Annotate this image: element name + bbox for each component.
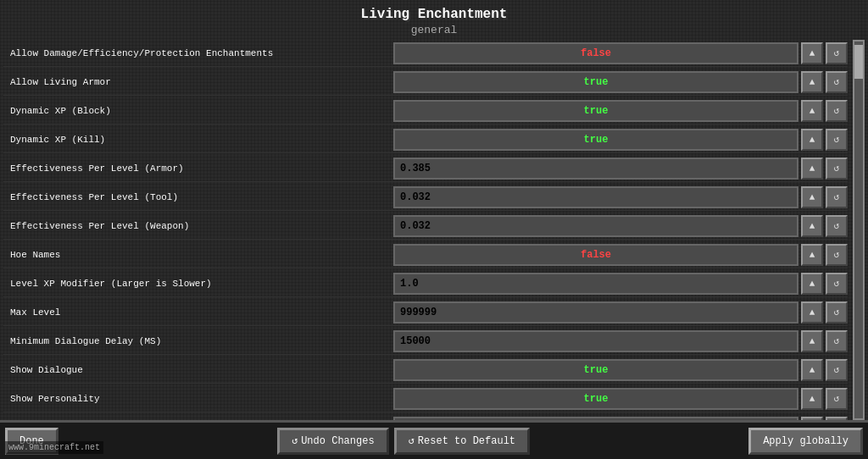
setting-value-text: true	[584, 393, 609, 405]
setting-value-text: true	[584, 134, 609, 146]
setting-label: Effectiveness Per Level (Tool)	[3, 192, 393, 202]
decrement-button[interactable]: ↺	[826, 100, 848, 122]
setting-value-text: true	[584, 105, 609, 117]
decrement-button[interactable]: ↺	[826, 273, 848, 295]
setting-value-container[interactable]: 0.032	[393, 215, 798, 237]
increment-button[interactable]: ▲	[801, 359, 823, 381]
setting-label: Dynamic XP (Kill)	[3, 135, 393, 145]
title-area: Living Enchantment general	[0, 0, 868, 40]
decrement-button[interactable]: ↺	[826, 388, 848, 410]
setting-label: Hoe Names	[3, 250, 393, 260]
increment-button[interactable]: ▲	[801, 100, 823, 122]
setting-value-text: true	[584, 76, 609, 88]
bottom-right-actions: Apply globally	[748, 428, 863, 455]
setting-row: Level XP Modifier (Larger is Slower)1.0▲…	[3, 270, 848, 297]
setting-row: Dynamic XP (Block)true▲↺	[3, 97, 848, 124]
apply-globally-button[interactable]: Apply globally	[748, 428, 863, 455]
setting-label: Show Personality	[3, 394, 393, 404]
setting-label: Dynamic XP (Block)	[3, 106, 393, 116]
setting-value-text: 0.032	[400, 220, 431, 232]
increment-button[interactable]: ▲	[801, 71, 823, 93]
increment-button[interactable]: ▲	[801, 215, 823, 237]
setting-value-text: 15000	[400, 335, 431, 347]
decrement-button[interactable]: ↺	[826, 215, 848, 237]
decrement-button[interactable]: ↺	[826, 186, 848, 208]
setting-value-container[interactable]: 0.032	[393, 186, 798, 208]
decrement-button[interactable]: ↺	[826, 158, 848, 180]
setting-row: Allow Damage/Efficiency/Protection Encha…	[3, 40, 848, 67]
setting-row: Effectiveness Per Level (Tool)0.032▲↺	[3, 184, 848, 211]
decrement-button[interactable]: ↺	[826, 359, 848, 381]
setting-label: Minimum Dialogue Delay (MS)	[3, 336, 393, 346]
decrement-button[interactable]: ↺	[826, 71, 848, 93]
increment-button[interactable]: ▲	[801, 388, 823, 410]
setting-value-text: true	[584, 364, 609, 376]
increment-button[interactable]: ▲	[801, 244, 823, 266]
undo-icon: ↺	[292, 434, 298, 447]
increment-button[interactable]: ▲	[801, 330, 823, 352]
setting-value-text: false	[581, 249, 611, 261]
setting-value-container[interactable]: false	[393, 244, 798, 266]
setting-value-container[interactable]: 0.385	[393, 158, 798, 180]
setting-value-text: 0.385	[400, 163, 431, 174]
increment-button[interactable]: ▲	[801, 186, 823, 208]
setting-label: Max Level	[3, 307, 393, 318]
decrement-button[interactable]: ↺	[826, 42, 848, 64]
undo-button[interactable]: ↺ Undo Changes	[277, 428, 389, 455]
setting-value-container[interactable]: 1.0	[393, 273, 798, 295]
setting-row: Minimum Dialogue Delay (MS)15000▲↺	[3, 328, 848, 355]
setting-value-text: 999999	[400, 307, 437, 318]
increment-button[interactable]: ▲	[801, 301, 823, 324]
watermark: www.9minecraft.net	[5, 441, 103, 454]
setting-label: Allow Living Armor	[3, 77, 393, 87]
decrement-button[interactable]: ↺	[826, 330, 848, 352]
setting-row: Effectiveness Per Level (Armor)0.385▲↺	[3, 155, 848, 182]
setting-value-text: false	[581, 47, 611, 59]
setting-row: XP Function1▲↺	[3, 414, 848, 420]
decrement-button[interactable]: ↺	[826, 301, 848, 324]
setting-row: Effectiveness Per Level (Weapon)0.032▲↺	[3, 213, 848, 240]
setting-label: Effectiveness Per Level (Weapon)	[3, 221, 393, 231]
title-sub: general	[0, 24, 868, 36]
setting-label: Level XP Modifier (Larger is Slower)	[3, 279, 393, 289]
decrement-button[interactable]: ↺	[826, 129, 848, 151]
bottom-bar: Done ↺ Undo Changes ↺ Reset to Default A…	[0, 420, 868, 459]
setting-value-text: 0.032	[400, 191, 431, 203]
scrollbar-thumb[interactable]	[854, 45, 863, 79]
setting-value-container[interactable]: true	[393, 388, 798, 410]
setting-row: Dynamic XP (Kill)true▲↺	[3, 126, 848, 153]
setting-value-container[interactable]: true	[393, 129, 798, 151]
bottom-center-actions: ↺ Undo Changes ↺ Reset to Default	[277, 428, 530, 455]
setting-value-text: 1.0	[400, 278, 419, 290]
setting-row: Show Dialoguetrue▲↺	[3, 357, 848, 384]
setting-label: Allow Damage/Efficiency/Protection Encha…	[3, 48, 393, 58]
setting-row: Allow Living Armortrue▲↺	[3, 69, 848, 96]
setting-value-container[interactable]: true	[393, 71, 798, 93]
setting-row: Show Personalitytrue▲↺	[3, 385, 848, 412]
increment-button[interactable]: ▲	[801, 158, 823, 180]
undo-label: Undo Changes	[301, 435, 374, 447]
increment-button[interactable]: ▲	[801, 129, 823, 151]
setting-value-container[interactable]: true	[393, 359, 798, 381]
setting-row: Hoe Namesfalse▲↺	[3, 241, 848, 268]
title-main: Living Enchantment	[0, 7, 868, 22]
scrollbar[interactable]	[853, 40, 865, 420]
setting-label: Show Dialogue	[3, 365, 393, 375]
increment-button[interactable]: ▲	[801, 273, 823, 295]
setting-row: Max Level999999▲↺	[3, 299, 848, 326]
decrement-button[interactable]: ↺	[826, 244, 848, 266]
settings-list: Allow Damage/Efficiency/Protection Encha…	[3, 40, 849, 420]
setting-value-container[interactable]: 15000	[393, 330, 798, 352]
reset-button[interactable]: ↺ Reset to Default	[394, 428, 530, 455]
setting-value-container[interactable]: false	[393, 42, 798, 64]
reset-label: Reset to Default	[418, 435, 515, 447]
reset-icon: ↺	[409, 434, 415, 447]
setting-value-container[interactable]: true	[393, 100, 798, 122]
increment-button[interactable]: ▲	[801, 42, 823, 64]
setting-value-container[interactable]: 1	[393, 417, 798, 421]
setting-label: Effectiveness Per Level (Armor)	[3, 163, 393, 174]
setting-value-container[interactable]: 999999	[393, 301, 798, 324]
content-area: Allow Damage/Efficiency/Protection Encha…	[0, 40, 868, 420]
